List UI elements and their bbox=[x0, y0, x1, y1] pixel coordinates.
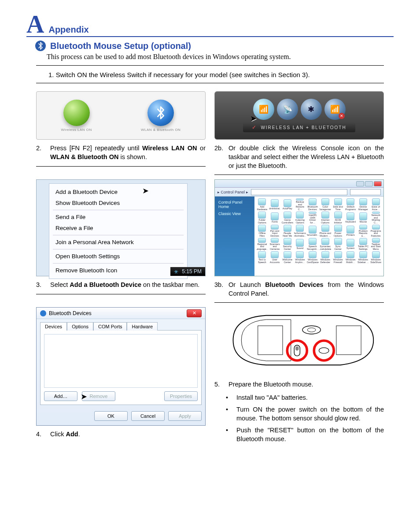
menu-add-bt-device[interactable]: Add a Bluetooth Device bbox=[49, 186, 187, 197]
bullet-dot: • bbox=[226, 394, 232, 402]
control-panel-item[interactable]: AutoPlay bbox=[281, 198, 293, 211]
menu-open-bt-settings[interactable]: Open Bluetooth Settings bbox=[49, 251, 187, 262]
control-panel-item[interactable]: Scanners and Cameras bbox=[269, 238, 281, 250]
control-panel-item[interactable]: Indexing Options bbox=[294, 212, 306, 224]
min-button[interactable] bbox=[356, 181, 364, 186]
control-panel-item[interactable]: Intel(R) GMA Driver for… bbox=[307, 212, 319, 224]
control-panel-item[interactable]: Windows Mobili… bbox=[345, 251, 357, 264]
device-list[interactable] bbox=[44, 334, 198, 388]
apply-button[interactable]: Apply bbox=[168, 411, 202, 421]
tab-devices[interactable]: Devices bbox=[40, 322, 67, 331]
figure-mouse-bottom bbox=[214, 307, 384, 373]
menu-join-pan[interactable]: Join a Personal Area Network bbox=[49, 237, 187, 248]
control-panel-item[interactable]: Backup and Restore C… bbox=[294, 198, 306, 211]
wlan-bt-on-label: WLAN & Bluetooth ON bbox=[141, 128, 181, 132]
close-button[interactable] bbox=[374, 181, 382, 186]
control-panel-item[interactable]: Color Management bbox=[320, 198, 332, 211]
appendix-letter: A bbox=[26, 13, 44, 35]
control-panel-item[interactable]: Welcome Center bbox=[281, 251, 293, 264]
search-input[interactable] bbox=[350, 189, 381, 195]
divider bbox=[36, 294, 206, 294]
tray-clock: 5:15 PM bbox=[182, 268, 202, 275]
dialog-title: Bluetooth Devices bbox=[49, 310, 92, 316]
control-panel-item[interactable]: Speech Recogniti… bbox=[307, 238, 319, 250]
addr-input[interactable] bbox=[251, 189, 347, 195]
menu-remove-bt-icon[interactable]: Remove Bluetooth Icon bbox=[49, 265, 187, 276]
control-panel-item[interactable]: Default Programs bbox=[345, 198, 357, 211]
control-panel-item[interactable]: Problem Reports a… bbox=[357, 225, 369, 237]
control-panel-item[interactable]: Phone and Modem … bbox=[320, 225, 332, 237]
menu-send-file[interactable]: Send a File bbox=[49, 212, 187, 223]
close-button[interactable]: ✕ bbox=[187, 309, 202, 317]
control-panel-item[interactable]: Date and Time bbox=[332, 198, 344, 211]
control-panel-item[interactable]: Keyboard bbox=[345, 212, 357, 224]
properties-button[interactable]: Properties bbox=[164, 391, 198, 401]
control-panel-item[interactable]: Bluetooth Devices bbox=[307, 198, 319, 211]
control-panel-item[interactable]: Pen and Input Devices bbox=[269, 225, 281, 237]
step-4-post: . bbox=[78, 431, 80, 438]
selector-wlan-icon[interactable]: 📡 bbox=[277, 99, 298, 120]
bullet-list: •Install two "AA" batteries. •Turn ON th… bbox=[226, 394, 384, 444]
step-5-num: 5. bbox=[214, 380, 225, 389]
control-panel-item[interactable]: Offline Files bbox=[256, 225, 268, 237]
bullet-2: Turn ON the power switch on the bottom o… bbox=[236, 405, 384, 423]
section-heading-row: Bluetooth Mouse Setup (optional) bbox=[35, 41, 394, 51]
figure-bluetooth-taskbar-menu: Add a Bluetooth Device Show Bluetooth De… bbox=[36, 179, 206, 276]
addr-breadcrumb[interactable]: ▸ Control Panel ▸ bbox=[217, 190, 248, 194]
control-panel-item[interactable]: Game Controllers bbox=[281, 212, 293, 224]
control-panel-item[interactable]: Windows Anytim… bbox=[294, 251, 306, 264]
control-panel-item[interactable]: iSCSI Initiator bbox=[332, 212, 344, 224]
step-3-post: on the taskbar men. bbox=[141, 281, 199, 288]
tab-options[interactable]: Options bbox=[67, 322, 93, 331]
control-panel-item[interactable]: Windows CardSpace bbox=[307, 251, 319, 264]
control-panel-item[interactable]: Security Center bbox=[281, 238, 293, 250]
control-panel-item[interactable]: Fonts bbox=[269, 212, 281, 224]
selector-bt-icon[interactable]: ✱ bbox=[301, 99, 322, 120]
tray-bluetooth-icon[interactable]: ⚹ bbox=[174, 268, 178, 275]
add-button[interactable]: Add… bbox=[44, 391, 77, 401]
step-4: 4. Click Add. bbox=[36, 430, 206, 439]
menu-show-bt-devices[interactable]: Show Bluetooth Devices bbox=[49, 197, 187, 208]
control-panel-item[interactable]: Programs and Features bbox=[370, 225, 382, 237]
control-panel-item[interactable]: Windows Defender bbox=[320, 251, 332, 264]
bluetooth-icon bbox=[40, 310, 46, 316]
wlan-bt-on-icon bbox=[147, 100, 174, 126]
selector-off-icon[interactable]: 📶 bbox=[324, 99, 346, 120]
control-panel-item[interactable]: Windows Sidebar … bbox=[357, 251, 369, 264]
control-panel-item[interactable]: People Near Me bbox=[281, 225, 293, 237]
menu-receive-file[interactable]: Receive a File bbox=[49, 223, 187, 234]
control-panel-item[interactable]: Folder Options bbox=[256, 212, 268, 224]
control-panel-item[interactable]: Symantec LiveUpdate bbox=[320, 238, 332, 250]
sidebar-classic-view[interactable]: Classic View bbox=[218, 212, 251, 216]
figure-bluetooth-devices-dialog: Bluetooth Devices ✕ Devices Options COM … bbox=[36, 307, 206, 426]
control-panel-item[interactable]: Sound bbox=[294, 238, 306, 250]
control-panel-item[interactable]: Performance Informatio… bbox=[294, 225, 306, 237]
control-panel-item[interactable]: Add Hardware bbox=[256, 198, 268, 211]
control-panel-item[interactable]: Taskbar and Start Menu bbox=[370, 238, 382, 250]
control-panel-item[interactable]: Administrat… bbox=[269, 198, 281, 211]
control-panel-item[interactable]: Printers bbox=[345, 225, 357, 237]
divider bbox=[214, 302, 384, 303]
control-panel-item[interactable]: Personaliz… bbox=[307, 225, 319, 237]
control-panel-item[interactable]: Sync Center bbox=[332, 238, 344, 250]
control-panel-item[interactable]: Text to Speech bbox=[256, 251, 268, 264]
ok-button[interactable]: OK bbox=[94, 411, 128, 421]
control-panel-item[interactable]: Regional and Language… bbox=[256, 238, 268, 250]
control-panel-item[interactable]: User Accounts bbox=[269, 251, 281, 264]
sidebar-home[interactable]: Control Panel Home bbox=[218, 200, 251, 209]
control-panel-item[interactable]: Device Manager bbox=[357, 198, 369, 211]
control-panel-item[interactable]: Windows SideShow bbox=[370, 251, 382, 264]
control-panel-item[interactable]: Windows Firewall bbox=[332, 251, 344, 264]
cancel-button[interactable]: Cancel bbox=[131, 411, 165, 421]
step-4-pre: Click bbox=[50, 431, 66, 438]
control-panel-item[interactable]: Mouse bbox=[357, 212, 369, 224]
max-button[interactable] bbox=[365, 181, 373, 186]
control-panel-item[interactable]: Ease of Acce… bbox=[370, 198, 382, 211]
control-panel-item[interactable]: Network and Sharing C… bbox=[370, 212, 382, 224]
control-panel-item[interactable]: Internet Options bbox=[320, 212, 332, 224]
tab-hardware[interactable]: Hardware bbox=[127, 322, 158, 331]
control-panel-item[interactable]: System bbox=[345, 238, 357, 250]
control-panel-item[interactable]: Power Options bbox=[332, 225, 344, 237]
tab-com-ports[interactable]: COM Ports bbox=[93, 322, 127, 331]
control-panel-item[interactable]: Tablet PC Settings bbox=[357, 238, 369, 250]
